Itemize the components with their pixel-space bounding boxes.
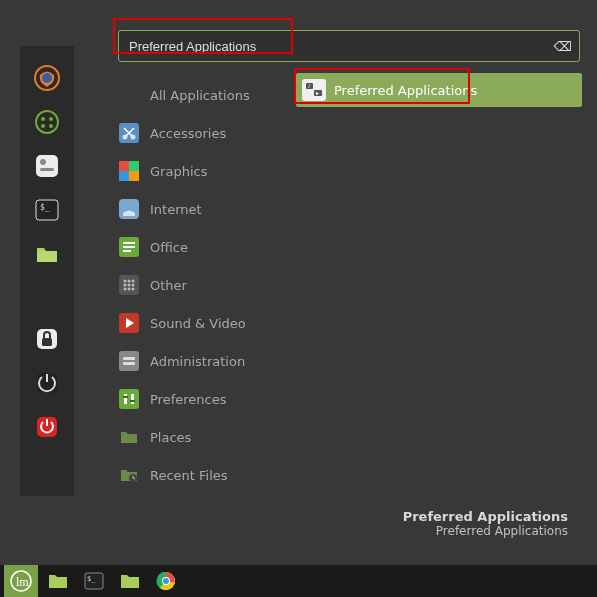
cat-administration[interactable]: Administration (118, 342, 298, 380)
cat-label: Other (150, 278, 187, 293)
clear-search-icon[interactable]: ⌫ (554, 37, 572, 55)
svg-point-1 (42, 73, 52, 83)
favorites-sidebar: $_ (20, 46, 74, 496)
svg-point-5 (41, 124, 45, 128)
svg-point-40 (132, 288, 135, 291)
svg-rect-47 (124, 394, 127, 404)
cat-label: Accessories (150, 126, 226, 141)
cat-label: Graphics (150, 164, 207, 179)
selection-info: Preferred Applications Preferred Applica… (403, 509, 568, 538)
svg-rect-30 (123, 250, 131, 252)
cat-graphics[interactable]: Graphics (118, 152, 298, 190)
category-list: All Applications Accessories Graphics In… (118, 76, 298, 494)
media-icon (118, 312, 140, 334)
cat-sound-video[interactable]: Sound & Video (118, 304, 298, 342)
graphics-icon (118, 160, 140, 182)
internet-icon (118, 198, 140, 220)
svg-rect-14 (42, 338, 52, 346)
svg-rect-12 (37, 251, 57, 262)
lock-button[interactable] (34, 326, 60, 352)
fav-software[interactable] (34, 109, 60, 135)
cat-places[interactable]: Places (118, 418, 298, 456)
svg-rect-46 (119, 389, 139, 409)
taskbar: lm $_ (0, 565, 597, 597)
svg-rect-22 (119, 161, 129, 171)
svg-point-32 (124, 280, 127, 283)
svg-rect-45 (123, 362, 135, 365)
svg-point-33 (128, 280, 131, 283)
cat-recent-files[interactable]: Recent Files (118, 456, 298, 494)
result-list: ♪ Preferred Applications (296, 73, 582, 107)
svg-point-6 (49, 124, 53, 128)
svg-point-8 (40, 159, 46, 165)
svg-point-34 (132, 280, 135, 283)
svg-point-39 (128, 288, 131, 291)
svg-rect-43 (119, 351, 139, 371)
logout-button[interactable] (34, 370, 60, 396)
cat-label: All Applications (150, 88, 250, 103)
fav-files[interactable] (34, 241, 60, 267)
cat-other[interactable]: Other (118, 266, 298, 304)
svg-point-38 (124, 288, 127, 291)
svg-rect-49 (123, 396, 128, 398)
svg-rect-29 (123, 246, 135, 248)
svg-point-36 (128, 284, 131, 287)
svg-point-2 (36, 111, 58, 133)
scissors-icon (118, 122, 140, 144)
power-button[interactable] (34, 414, 60, 440)
cat-label: Preferences (150, 392, 226, 407)
svg-text:$_: $_ (40, 203, 50, 212)
svg-text:$_: $_ (87, 575, 96, 583)
cat-label: Internet (150, 202, 202, 217)
cat-label: Administration (150, 354, 245, 369)
cat-label: Places (150, 430, 191, 445)
pref-apps-icon: ♪ (302, 79, 326, 101)
taskbar-files[interactable] (42, 567, 74, 595)
cat-label: Office (150, 240, 188, 255)
cat-accessories[interactable]: Accessories (118, 114, 298, 152)
places-icon (118, 426, 140, 448)
svg-point-37 (132, 284, 135, 287)
taskbar-terminal[interactable]: $_ (78, 567, 110, 595)
selection-subtitle: Preferred Applications (403, 524, 568, 538)
svg-rect-9 (40, 168, 54, 171)
menu-button[interactable]: lm (4, 565, 38, 597)
cat-internet[interactable]: Internet (118, 190, 298, 228)
svg-rect-25 (129, 171, 139, 181)
other-icon (118, 274, 140, 296)
cat-label: Sound & Video (150, 316, 246, 331)
office-icon (118, 236, 140, 258)
svg-point-3 (41, 117, 45, 121)
svg-point-4 (49, 117, 53, 121)
prefs-icon (118, 388, 140, 410)
cat-office[interactable]: Office (118, 228, 298, 266)
search-row: ⌫ (118, 30, 580, 70)
taskbar-chrome[interactable] (150, 567, 182, 595)
fav-settings[interactable] (34, 153, 60, 179)
svg-text:♪: ♪ (308, 83, 311, 89)
svg-rect-24 (119, 171, 129, 181)
start-menu-panel: $_ ⌫ All Applications Accessories (20, 28, 585, 548)
svg-rect-23 (129, 161, 139, 171)
taskbar-files-2[interactable] (114, 567, 146, 595)
fav-firefox[interactable] (34, 65, 60, 91)
svg-point-35 (124, 284, 127, 287)
cat-preferences[interactable]: Preferences (118, 380, 298, 418)
svg-rect-28 (123, 242, 135, 244)
svg-rect-50 (130, 400, 135, 402)
result-preferred-applications[interactable]: ♪ Preferred Applications (296, 73, 582, 107)
fav-terminal[interactable]: $_ (34, 197, 60, 223)
result-label: Preferred Applications (334, 83, 477, 98)
recent-icon (118, 464, 140, 486)
admin-icon (118, 350, 140, 372)
svg-rect-48 (131, 394, 134, 404)
svg-text:lm: lm (16, 575, 29, 589)
cat-label: Recent Files (150, 468, 228, 483)
svg-rect-44 (123, 357, 135, 360)
selection-title: Preferred Applications (403, 509, 568, 524)
cat-all-applications[interactable]: All Applications (118, 76, 298, 114)
all-apps-icon (118, 84, 140, 106)
search-input[interactable] (118, 30, 580, 62)
svg-rect-7 (36, 155, 58, 177)
svg-point-62 (163, 578, 169, 584)
